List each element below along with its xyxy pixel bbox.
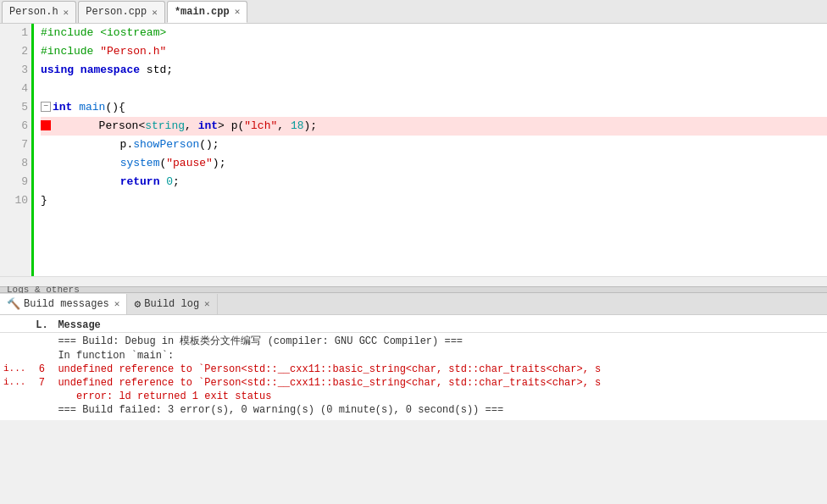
code-line-1: #include <iostream>: [41, 24, 827, 42]
build-messages-label: Build messages: [24, 298, 109, 310]
horizontal-scrollbar[interactable]: [0, 276, 827, 286]
line-num-5: 5: [0, 98, 28, 117]
build-log-label: Build log: [144, 298, 199, 310]
output-msg-1: In function `main`:: [54, 349, 827, 363]
build-output: L. Message === Build: Debug in 模板类分文件编写 …: [0, 315, 827, 420]
build-log-icon: ⚙️: [134, 297, 141, 311]
bottom-tab-bar: 🔨 Build messages ✕ ⚙️ Build log ✕: [0, 293, 827, 315]
code-line-9: return 0;: [41, 173, 827, 191]
line-num-10: 10: [0, 191, 28, 210]
breakpoint-marker: [41, 120, 51, 130]
tab-label: Person.cpp: [86, 6, 147, 18]
code-line-2: #include "Person.h": [41, 42, 827, 61]
output-row-3: i... 7 undefined reference to `Person<st…: [0, 376, 827, 390]
output-row-2: i... 6 undefined reference to `Person<st…: [0, 363, 827, 376]
code-lines[interactable]: #include <iostream> #include "Person.h" …: [34, 24, 827, 276]
build-messages-icon: 🔨: [7, 297, 20, 311]
code-line-10: }: [41, 191, 827, 210]
editor-area: 1 2 3 4 5 6 7 8 9 10 #include <iostream>…: [0, 24, 827, 286]
code-line-5: −int main(){: [41, 98, 827, 117]
code-container: 1 2 3 4 5 6 7 8 9 10 #include <iostream>…: [0, 24, 827, 276]
line-num-6: 6: [0, 117, 28, 136]
output-msg-0: === Build: Debug in 模板类分文件编写 (compiler: …: [54, 333, 827, 350]
output-row-5: === Build failed: 3 error(s), 0 warning(…: [0, 403, 827, 417]
line-num-8: 8: [0, 154, 28, 173]
line-num-2: 2: [0, 42, 28, 61]
output-msg-2: undefined reference to `Person<std::__cx…: [54, 363, 827, 376]
line-num-9: 9: [0, 173, 28, 191]
code-line-4: [41, 80, 827, 98]
tab-main-cpp[interactable]: *main.cpp ✕: [167, 1, 247, 23]
tab-build-messages[interactable]: 🔨 Build messages ✕: [0, 294, 127, 314]
tab-close-person-cpp[interactable]: ✕: [152, 7, 158, 18]
tab-label: Person.h: [9, 6, 58, 18]
output-msg-4: error: ld returned 1 exit status: [54, 390, 827, 403]
tab-person-cpp[interactable]: Person.cpp ✕: [78, 1, 165, 23]
output-header-row: L. Message: [0, 318, 827, 333]
tab-close-person-h[interactable]: ✕: [64, 7, 69, 18]
tab-build-log[interactable]: ⚙️ Build log ✕: [127, 294, 217, 314]
output-msg-5: === Build failed: 3 error(s), 0 warning(…: [54, 403, 827, 417]
output-table: L. Message === Build: Debug in 模板类分文件编写 …: [0, 318, 827, 417]
code-line-6: Person<string, int> p("lch", 18);: [41, 117, 827, 136]
line-num-7: 7: [0, 136, 28, 154]
build-log-close[interactable]: ✕: [204, 298, 210, 309]
code-line-7: p.showPerson();: [41, 136, 827, 154]
line-num-3: 3: [0, 61, 28, 80]
tab-bar: Person.h ✕ Person.cpp ✕ *main.cpp ✕: [0, 0, 827, 24]
code-line-3: using namespace std;: [41, 61, 827, 80]
build-messages-close[interactable]: ✕: [114, 298, 120, 309]
collapse-icon[interactable]: −: [41, 102, 51, 112]
output-row-1: In function `main`:: [0, 349, 827, 363]
col-icon-header: [0, 318, 29, 333]
code-line-8: system("pause");: [41, 154, 827, 173]
panel-separator: Logs & others: [0, 286, 827, 293]
line-num-1: 1: [0, 24, 28, 42]
tab-close-main-cpp[interactable]: ✕: [235, 6, 241, 17]
tab-person-h[interactable]: Person.h ✕: [2, 1, 76, 23]
output-msg-3: undefined reference to `Person<std::__cx…: [54, 376, 827, 390]
output-row-4: error: ld returned 1 exit status: [0, 390, 827, 403]
col-linenum-header: L.: [29, 318, 54, 333]
line-num-4: 4: [0, 80, 28, 98]
col-msg-header: Message: [54, 318, 827, 333]
tab-label: *main.cpp: [175, 6, 230, 18]
line-numbers: 1 2 3 4 5 6 7 8 9 10: [0, 24, 34, 276]
output-row-0: === Build: Debug in 模板类分文件编写 (compiler: …: [0, 333, 827, 350]
bottom-panel: 🔨 Build messages ✕ ⚙️ Build log ✕ L. Mes…: [0, 293, 827, 420]
